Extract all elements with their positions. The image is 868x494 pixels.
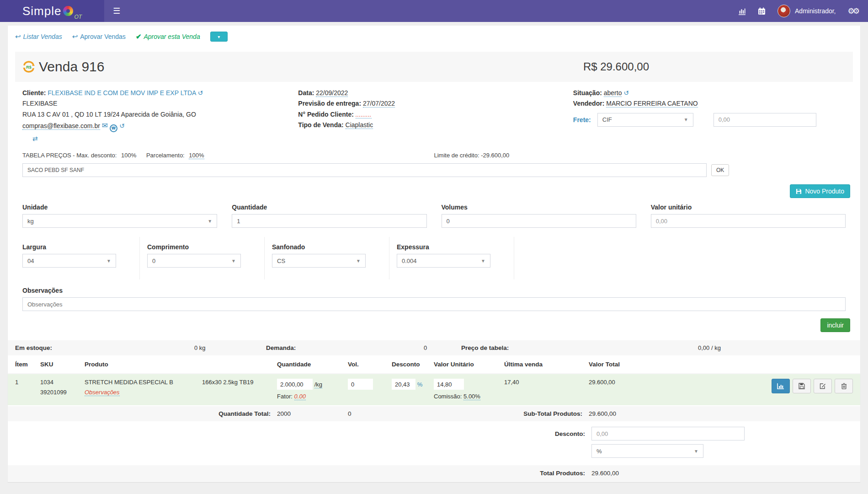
desconto-tipo-select[interactable]: %▼ xyxy=(591,444,703,458)
col-valor-unitario: Valor Unitário xyxy=(434,361,504,368)
situacao-label: Situação: xyxy=(573,89,602,97)
subtotal-label: Sub-Total Produtos: xyxy=(392,410,589,417)
incluir-button[interactable]: incluir xyxy=(820,318,850,332)
trash-icon xyxy=(841,383,847,389)
top-navbar: Simple OT ☰ Administrador, ⚙⚙ xyxy=(0,0,868,22)
row-desconto-pct[interactable]: % xyxy=(417,381,423,388)
row-quantidade-cell: /kg Fator: 0.00 xyxy=(277,379,348,400)
ok-button[interactable]: OK xyxy=(711,164,729,176)
whatsapp-icon[interactable]: ☎ xyxy=(110,124,117,132)
largura-label: Largura xyxy=(22,243,132,251)
breadcrumb-aprovar-esta-venda[interactable]: ✔ Aprovar esta Venda xyxy=(136,32,200,41)
app-logo[interactable]: Simple OT xyxy=(0,0,104,22)
user-menu[interactable]: Administrador, xyxy=(795,7,836,15)
demanda-label: Demanda: xyxy=(266,344,296,351)
comissao-value[interactable]: 5.00% xyxy=(463,393,480,400)
row-edit-button[interactable] xyxy=(814,379,832,393)
row-vol-cell xyxy=(348,379,392,390)
cliente-address: RUA 13 C AV 01 , QD 10 LT 19/24 Aparecid… xyxy=(22,110,298,119)
unidade-select[interactable]: kg▼ xyxy=(22,214,217,228)
frete-select[interactable]: CIF▼ xyxy=(597,113,693,127)
quantidade-input[interactable] xyxy=(232,214,426,228)
bar-chart-icon[interactable] xyxy=(738,7,746,15)
previsao-label: Previsão de entrega: xyxy=(298,100,361,107)
row-valor-unitario-input[interactable] xyxy=(434,379,464,390)
breadcrumb-listar-vendas[interactable]: ↩ Listar Vendas xyxy=(15,32,62,41)
calendar-icon[interactable] xyxy=(758,7,766,15)
data-label: Data: xyxy=(298,89,314,97)
chevron-down-icon: ▼ xyxy=(694,449,698,454)
row-produto: STRETCH MEDIDA ESPECIAL B Observações xyxy=(85,379,202,396)
fator-value[interactable]: 0.00 xyxy=(294,393,306,400)
col-produto: Produto xyxy=(85,361,277,368)
quantidade-total-value: 2000 xyxy=(277,410,348,417)
row-desconto-input[interactable] xyxy=(392,379,415,390)
row-observacoes-link[interactable]: Observações xyxy=(85,389,120,396)
preco-tabela-label: Preço de tabela: xyxy=(461,344,509,351)
limite-credito-value: -29.600,00 xyxy=(481,152,509,159)
history-icon[interactable]: ↺ xyxy=(198,89,203,97)
total-produtos-value: 29.600,00 xyxy=(591,470,619,477)
row-unidade[interactable]: /kg xyxy=(314,381,322,388)
col-vol: Vol. xyxy=(348,361,392,368)
total-produtos-label: Total Produtos: xyxy=(15,470,591,477)
produto-search-input[interactable] xyxy=(22,163,707,177)
breadcrumb-aprovar-vendas[interactable]: ↩ Aprovar Vendas xyxy=(72,32,126,41)
row-quantidade-input[interactable] xyxy=(277,379,313,390)
previsao-value[interactable]: 27/07/2022 xyxy=(363,100,395,107)
sanfonado-label: Sanfonado xyxy=(272,243,382,251)
row-ultima-venda: 17,40 xyxy=(504,379,589,386)
pedido-column: Data: 22/09/2022 Previsão de entrega: 27… xyxy=(298,88,573,145)
desconto-label: Desconto: xyxy=(15,427,591,458)
history-icon[interactable]: ↺ xyxy=(119,122,125,129)
navbar-spacer xyxy=(129,0,738,22)
money-icon: R$ xyxy=(22,60,35,73)
valor-unitario-input[interactable] xyxy=(651,214,846,228)
fator-label: Fator: xyxy=(277,393,293,400)
max-desconto-value: 100% xyxy=(121,152,136,159)
history-icon[interactable]: ↺ xyxy=(623,89,629,97)
estoque-stats-band: Em estoque: 0 kg Demanda: 0 Preço de tab… xyxy=(8,340,860,355)
shuffle-icon[interactable]: ⇄ xyxy=(32,135,38,142)
row-vol-input[interactable] xyxy=(348,379,373,390)
situacao-value[interactable]: aberto xyxy=(604,89,622,97)
n-pedido-value[interactable]: ......... xyxy=(356,111,372,118)
itens-table-header: Ítem SKU Produto Quantidade Vol. Descont… xyxy=(8,355,860,374)
expessura-select[interactable]: 0.004▼ xyxy=(397,254,490,268)
col-item: Ítem xyxy=(15,361,40,368)
chevron-down-icon: ▼ xyxy=(231,258,236,263)
valor-unitario-label: Valor unitário xyxy=(651,204,846,211)
row-sku: 1034 39201099 xyxy=(40,379,85,396)
sanfonado-select[interactable]: CS▼ xyxy=(272,254,366,268)
check-icon: ✔ xyxy=(136,32,142,41)
volumes-input[interactable] xyxy=(442,214,636,228)
sidebar-toggle-icon[interactable]: ☰ xyxy=(104,0,129,22)
settings-gears-icon[interactable]: ⚙⚙ xyxy=(848,6,858,16)
expessura-label: Expessura xyxy=(397,243,506,251)
cliente-link[interactable]: FLEXIBASE IND E COM DE MOV IMP E EXP LTD… xyxy=(48,89,196,97)
row-chart-button[interactable] xyxy=(772,379,790,393)
row-save-button[interactable] xyxy=(793,379,811,393)
col-valor-total: Valor Total xyxy=(589,361,689,368)
col-sku: SKU xyxy=(40,361,85,368)
email-icon[interactable]: ✉ xyxy=(102,122,108,129)
cliente-email[interactable]: compras@flexibase.com.br xyxy=(22,122,100,130)
desconto-valor-input[interactable] xyxy=(591,427,745,440)
row-medida: 166x30 2.5kg TB19 xyxy=(202,379,277,386)
n-pedido-label: N° Pedido Cliente: xyxy=(298,111,354,118)
comprimento-select[interactable]: 0▼ xyxy=(147,254,241,268)
chevron-down-icon: ▼ xyxy=(107,258,111,263)
parcelamento-value[interactable]: 100% xyxy=(189,152,204,159)
user-avatar[interactable] xyxy=(777,5,790,17)
vendedor-value[interactable]: MARCIO FERREIRA CAETANO xyxy=(606,100,698,107)
edit-icon xyxy=(820,383,826,389)
produto-form-row1: Unidade kg▼ Quantidade Volumes Valor uni… xyxy=(8,200,860,234)
novo-produto-button[interactable]: Novo Produto xyxy=(790,184,850,198)
observacoes-input[interactable] xyxy=(22,297,846,311)
largura-select[interactable]: 04▼ xyxy=(22,254,116,268)
breadcrumb-dropdown-button[interactable]: ▾ xyxy=(210,32,228,42)
tipo-venda-value[interactable]: Ciaplastic xyxy=(346,121,373,129)
frete-valor-input[interactable] xyxy=(714,113,816,127)
data-value[interactable]: 22/09/2022 xyxy=(316,89,348,97)
row-delete-button[interactable] xyxy=(835,379,853,393)
